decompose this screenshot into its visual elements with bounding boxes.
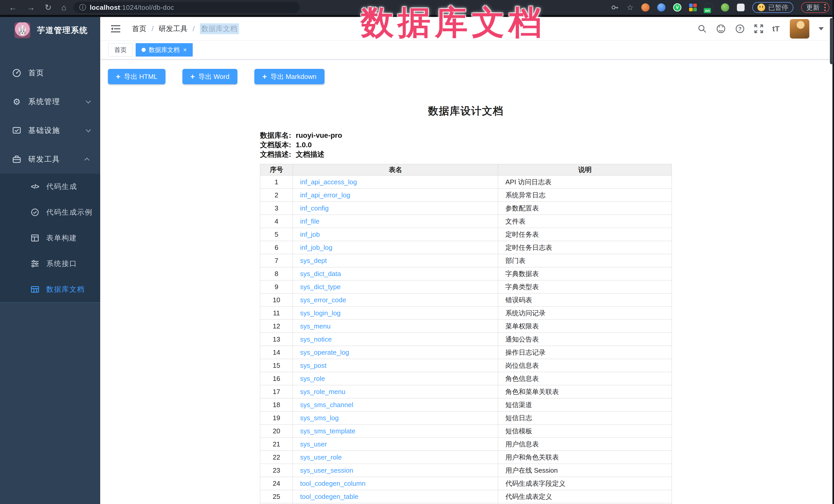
table-name-link[interactable]: sys_role_menu xyxy=(300,388,345,396)
sidebar-item-codegen[interactable]: </> 代码生成 xyxy=(0,174,100,199)
scrollbar-thumb[interactable] xyxy=(830,18,833,64)
breadcrumb-separator: / xyxy=(152,25,154,33)
table-row: 10 sys_error_code 错误码表 xyxy=(260,293,672,307)
table-name-cell: sys_error_code xyxy=(293,293,498,307)
app-logo[interactable]: 🐰 芋道管理系统 xyxy=(0,17,100,44)
sidebar-item-infra[interactable]: 基础设施 xyxy=(0,116,100,145)
watermark-text: 数据库文档 xyxy=(361,1,546,45)
table-desc-cell: 代码生成表字段定义 xyxy=(498,477,672,490)
table-name-link[interactable]: inf_api_access_log xyxy=(300,178,357,186)
table-name-link[interactable]: sys_sms_log xyxy=(300,414,338,422)
extension-icon[interactable] xyxy=(657,3,665,12)
table-name-link[interactable]: sys_sms_channel xyxy=(300,401,353,409)
browser-reload-icon[interactable]: ↻ xyxy=(45,3,52,12)
extension-icon[interactable] xyxy=(721,3,729,12)
table-name-link[interactable]: inf_job_log xyxy=(300,244,332,251)
tab-home[interactable]: 首页 xyxy=(108,43,133,57)
extension-on-icon[interactable]: on xyxy=(704,3,713,12)
tab-label: 首页 xyxy=(114,46,127,54)
table-name-link[interactable]: inf_job xyxy=(300,231,320,238)
bookmark-star-icon[interactable]: ☆ xyxy=(627,4,634,11)
export-word-button[interactable]: + 导出 Word xyxy=(182,69,237,84)
table-name-cell: sys_operate_log xyxy=(293,346,498,359)
table-name-cell: sys_sms_log xyxy=(293,412,498,424)
tab-db-doc[interactable]: 数据库文档 × xyxy=(136,43,193,57)
table-name-link[interactable]: inf_api_error_log xyxy=(300,191,350,199)
col-header-desc: 说明 xyxy=(498,164,672,176)
sidebar-collapse-icon[interactable] xyxy=(110,24,121,34)
extension-icon[interactable] xyxy=(641,3,650,12)
table-row: 26 tool_test_demo 字典类型表 xyxy=(260,503,672,504)
browser-home-icon[interactable]: ⌂ xyxy=(61,3,66,12)
table-name-link[interactable]: sys_user_role xyxy=(300,453,342,461)
table-name-link[interactable]: sys_post xyxy=(300,361,327,369)
table-name-link[interactable]: sys_user_session xyxy=(300,466,353,474)
row-number: 9 xyxy=(260,280,293,293)
extension-icon[interactable] xyxy=(737,4,745,11)
col-header-name: 表名 xyxy=(293,164,498,176)
table-name-link[interactable]: sys_role xyxy=(300,375,325,382)
table-row: 18 sys_sms_channel 短信渠道 xyxy=(260,398,672,412)
table-name-link[interactable]: sys_dict_data xyxy=(300,270,341,278)
sidebar-item-system-api[interactable]: 系统接口 xyxy=(0,251,100,277)
fullscreen-icon[interactable] xyxy=(754,24,764,34)
table-row: 14 sys_operate_log 操作日志记录 xyxy=(260,346,672,359)
table-name-link[interactable]: inf_config xyxy=(300,204,329,212)
table-row: 8 sys_dict_data 字典数据表 xyxy=(260,267,672,280)
table-name-link[interactable]: sys_dept xyxy=(300,257,327,264)
table-row: 17 sys_role_menu 角色和菜单关联表 xyxy=(260,385,672,398)
sidebar-item-label: 数据库文档 xyxy=(46,285,85,294)
table-desc-cell: 角色信息表 xyxy=(498,372,672,385)
extension-grid-icon[interactable] xyxy=(689,4,697,11)
table-desc-cell: 操作日志记录 xyxy=(498,346,672,359)
table-name-link[interactable]: sys_error_code xyxy=(300,296,346,304)
meta-label: 数据库名: xyxy=(260,131,291,139)
plus-icon: + xyxy=(190,72,195,81)
user-avatar[interactable] xyxy=(790,19,809,39)
plus-icon: + xyxy=(262,72,267,81)
table-name-link[interactable]: tool_codegen_column xyxy=(300,480,365,487)
breadcrumb-home[interactable]: 首页 xyxy=(132,24,147,34)
sidebar-item-db-doc[interactable]: 数据库文档 xyxy=(0,277,100,302)
github-icon[interactable] xyxy=(716,24,726,34)
form-icon xyxy=(30,233,40,243)
sidebar-item-devtools[interactable]: 研发工具 xyxy=(0,145,100,174)
table-desc-cell: 系统访问记录 xyxy=(498,307,672,320)
meta-value: 文档描述 xyxy=(296,150,325,158)
sidebar-item-form-builder[interactable]: 表单构建 xyxy=(0,225,100,251)
sidebar-item-system[interactable]: ⚙ 系统管理 xyxy=(0,87,100,116)
table-name-link[interactable]: sys_login_log xyxy=(300,309,341,317)
browser-menu-icon[interactable] xyxy=(824,4,826,11)
breadcrumb-devtools[interactable]: 研发工具 xyxy=(159,24,188,34)
font-size-icon[interactable]: tT xyxy=(772,24,780,33)
chevron-up-icon xyxy=(84,157,89,163)
help-icon[interactable]: ? xyxy=(735,24,745,34)
table-name-link[interactable]: sys_sms_template xyxy=(300,427,355,435)
sidebar-item-home[interactable]: 首页 xyxy=(0,59,100,87)
profile-paused-chip[interactable]: 已暂停 xyxy=(752,2,793,13)
table-name-link[interactable]: inf_file xyxy=(300,217,320,225)
export-markdown-button[interactable]: + 导出 Markdown xyxy=(254,69,325,84)
table-name-link[interactable]: sys_dict_type xyxy=(300,283,341,291)
browser-back-icon[interactable]: ← xyxy=(9,3,17,12)
paused-label: 已暂停 xyxy=(768,3,788,12)
key-icon[interactable] xyxy=(611,3,619,12)
row-number: 14 xyxy=(260,346,293,359)
browser-forward-icon[interactable]: → xyxy=(27,3,35,12)
sidebar-item-label: 基础设施 xyxy=(28,126,60,136)
export-html-button[interactable]: + 导出 HTML xyxy=(108,69,166,84)
table-name-link[interactable]: sys_user xyxy=(300,440,327,448)
chrome-update-button[interactable]: 更新 xyxy=(801,2,829,13)
table-name-link[interactable]: sys_menu xyxy=(300,322,331,330)
address-bar[interactable]: ⓘ localhost:1024/tool/db-doc xyxy=(73,2,300,13)
update-label: 更新 xyxy=(806,3,819,12)
extension-icon[interactable]: V xyxy=(673,3,681,12)
close-icon[interactable]: × xyxy=(183,47,187,53)
table-name-link[interactable]: sys_notice xyxy=(300,335,332,343)
avatar-caret-icon[interactable] xyxy=(818,27,824,30)
site-info-icon[interactable]: ⓘ xyxy=(79,3,86,12)
table-name-link[interactable]: tool_codegen_table xyxy=(300,493,358,500)
table-name-link[interactable]: sys_operate_log xyxy=(300,349,349,356)
search-icon[interactable] xyxy=(697,24,707,34)
sidebar-item-codegen-example[interactable]: 代码生成示例 xyxy=(0,199,100,225)
